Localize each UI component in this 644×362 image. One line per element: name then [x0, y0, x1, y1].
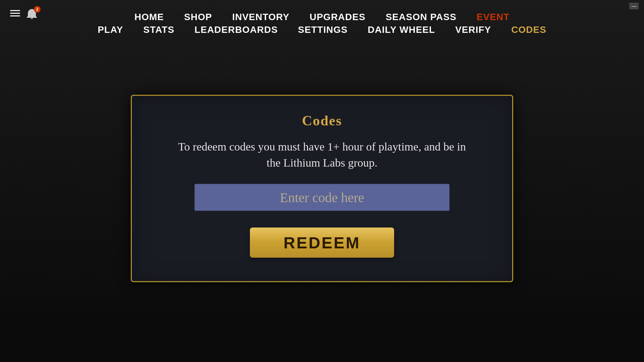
nav-event[interactable]: EVENT: [477, 12, 509, 22]
nav-season-pass[interactable]: SEASON PASS: [386, 12, 457, 22]
redeem-button[interactable]: REDEEM: [250, 228, 394, 258]
nav-shop[interactable]: SHOP: [184, 12, 212, 22]
nav-daily-wheel[interactable]: DAILY WHEEL: [368, 24, 435, 35]
nav-verify[interactable]: VERIFY: [455, 24, 491, 35]
nav-codes[interactable]: CODES: [511, 24, 546, 35]
dialog-description: To redeem codes you must have 1+ hour of…: [171, 139, 473, 171]
nav-top: HOME SHOP INVENTORY UPGRADES SEASON PASS…: [135, 12, 509, 22]
nav-settings[interactable]: SETTINGS: [298, 24, 347, 35]
nav-bottom: PLAY STATS LEADERBOARDS SETTINGS DAILY W…: [98, 24, 546, 35]
code-input[interactable]: [195, 184, 449, 211]
nav-stats[interactable]: STATS: [143, 24, 174, 35]
navigation-bar: 2 HOME SHOP INVENTORY UPGRADES SEASON PA…: [0, 0, 644, 47]
nav-home[interactable]: HOME: [135, 12, 164, 22]
nav-play[interactable]: PLAY: [98, 24, 123, 35]
codes-dialog: Codes To redeem codes you must have 1+ h…: [131, 95, 513, 282]
dialog-title: Codes: [302, 113, 342, 129]
notification-bell[interactable]: 2: [25, 7, 39, 22]
hamburger-line-2: [10, 13, 20, 14]
scene-bottom: [0, 295, 644, 362]
hamburger-line-3: [10, 15, 20, 16]
nav-leaderboards[interactable]: LEADERBOARDS: [195, 24, 278, 35]
code-input-container: [195, 184, 449, 211]
notification-badge: 2: [34, 6, 41, 13]
hamburger-menu[interactable]: [10, 10, 20, 16]
minimize-button[interactable]: —: [629, 3, 639, 9]
dialog-box: Codes To redeem codes you must have 1+ h…: [131, 95, 513, 282]
nav-inventory[interactable]: INVENTORY: [232, 12, 289, 22]
window-controls: —: [629, 3, 639, 9]
hamburger-line-1: [10, 10, 20, 11]
nav-upgrades[interactable]: UPGRADES: [310, 12, 366, 22]
